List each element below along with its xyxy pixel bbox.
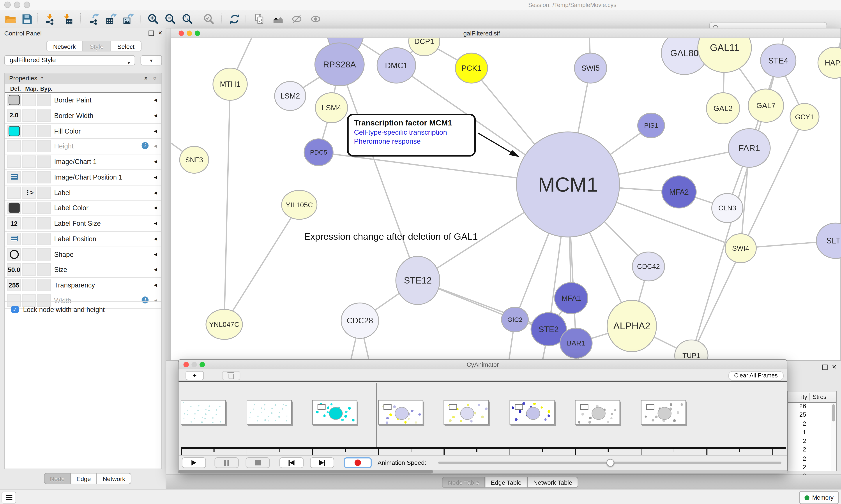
tab-select[interactable]: Select (110, 41, 142, 51)
property-row-label[interactable]: ⋮>Label◀ (5, 185, 161, 201)
table-vertical-scrollbar[interactable] (831, 403, 836, 471)
timeline-horizontal-scrollbar[interactable] (179, 470, 787, 473)
hide-details-icon[interactable] (289, 12, 304, 26)
default-value[interactable]: 50.0 (8, 266, 20, 273)
table-row[interactable]: 25 (788, 411, 836, 420)
stop-button[interactable] (246, 457, 270, 468)
float-panel-icon[interactable] (822, 364, 827, 370)
property-row-label-font-size[interactable]: 12Label Font Size◀ (5, 216, 161, 231)
minimize-window-icon[interactable] (14, 2, 20, 8)
mapping-icon[interactable]: ⋮> (25, 189, 33, 196)
info-icon[interactable]: i (142, 142, 149, 149)
circle-shape-icon[interactable] (10, 250, 19, 259)
property-row-border-paint[interactable]: Border Paint◀ (5, 93, 161, 108)
close-window-icon[interactable] (4, 2, 11, 8)
column-ity[interactable]: ity (788, 394, 807, 400)
zoom-icon[interactable] (195, 31, 200, 36)
table-row[interactable]: 26 (788, 403, 836, 411)
expand-property-icon[interactable]: ◀ (154, 175, 157, 180)
task-history-button[interactable] (2, 492, 16, 504)
table-row[interactable]: 2 (788, 420, 836, 429)
record-button[interactable] (344, 457, 372, 468)
position-icon[interactable] (11, 175, 18, 180)
frame-thumbnail-7[interactable] (641, 400, 686, 425)
frame-thumbnail-0[interactable] (181, 400, 226, 425)
expand-property-icon[interactable]: ◀ (154, 113, 157, 118)
property-row-image-chart-1[interactable]: Image/Chart 1◀ (5, 154, 161, 170)
add-frame-button[interactable]: + (185, 371, 204, 380)
save-session-icon[interactable] (20, 12, 34, 26)
zoom-fit-icon[interactable] (180, 12, 194, 26)
tab-style[interactable]: Style (83, 41, 110, 51)
minimize-icon[interactable] (192, 362, 197, 367)
zoom-out-icon[interactable] (163, 12, 177, 26)
memory-button[interactable]: Memory (799, 491, 839, 504)
lock-size-checkbox[interactable]: ✓ (11, 306, 19, 313)
default-value[interactable]: 12 (10, 220, 18, 227)
table-row[interactable]: 2 (788, 438, 836, 446)
network-edge[interactable] (224, 84, 230, 324)
table-row[interactable]: 2 (788, 455, 836, 464)
table-row[interactable]: 2 (788, 446, 836, 455)
minimize-icon[interactable] (186, 31, 192, 36)
frame-thumbnail-3[interactable] (378, 400, 423, 425)
property-row-fill-color[interactable]: Fill Color◀ (5, 124, 161, 139)
playhead[interactable] (376, 383, 376, 448)
network-edge[interactable] (224, 205, 299, 324)
expand-property-icon[interactable]: ◀ (154, 144, 157, 149)
table-row[interactable]: 1 (788, 429, 836, 438)
tab-network[interactable]: Network (46, 41, 83, 51)
import-table-icon[interactable] (60, 12, 74, 26)
default-value[interactable]: 2.0 (10, 112, 18, 119)
frame-thumbnail-5[interactable] (509, 400, 554, 425)
close-panel-icon[interactable]: ✕ (832, 363, 837, 371)
expand-property-icon[interactable]: ◀ (154, 221, 157, 226)
expand-property-icon[interactable]: ◀ (154, 205, 157, 211)
default-value[interactable]: 255 (8, 281, 19, 289)
close-panel-icon[interactable]: ✕ (158, 31, 162, 36)
expand-property-icon[interactable]: ◀ (154, 159, 157, 164)
clear-all-frames-button[interactable]: Clear All Frames (728, 371, 784, 381)
refresh-view-icon[interactable] (227, 12, 241, 26)
zoom-icon[interactable] (199, 362, 205, 367)
property-row-image-chart-position-1[interactable]: Image/Chart Position 1◀ (5, 170, 161, 185)
expand-property-icon[interactable]: ◀ (154, 236, 157, 241)
frame-thumbnail-4[interactable] (444, 400, 489, 425)
tab-edge[interactable]: Edge (71, 473, 97, 484)
show-details-icon[interactable] (308, 12, 322, 26)
collapse-all-icon[interactable]: » (151, 76, 159, 80)
export-network-icon[interactable] (87, 12, 101, 26)
expand-property-icon[interactable]: ◀ (154, 190, 157, 195)
close-icon[interactable] (183, 362, 189, 367)
export-table-icon[interactable] (104, 12, 118, 26)
play-button[interactable] (182, 457, 206, 468)
first-neighbors-icon[interactable] (271, 12, 285, 26)
expand-property-icon[interactable]: ◀ (154, 252, 157, 257)
property-row-shape[interactable]: Shape◀ (5, 247, 161, 262)
properties-header[interactable]: Properties ▼ » » (5, 74, 161, 84)
position-icon[interactable] (11, 236, 18, 241)
tab-node[interactable]: Node (44, 473, 71, 484)
column-stress[interactable]: Stres (812, 394, 826, 400)
annotation-box[interactable]: Transcription factor MCM1 Cell-type-spec… (347, 114, 476, 157)
network-window-titlebar[interactable]: galFiltered.sif (171, 29, 840, 38)
property-row-transparency[interactable]: 255Transparency◀ (5, 278, 161, 293)
skip-to-end-button[interactable] (310, 457, 334, 468)
tab-node-table[interactable]: Node Table (442, 476, 485, 488)
open-session-icon[interactable] (3, 12, 17, 26)
default-swatch[interactable] (8, 95, 19, 105)
animation-speed-slider[interactable] (438, 462, 782, 464)
tab-edge-table[interactable]: Edge Table (485, 476, 527, 488)
table-row[interactable]: 2 (788, 464, 836, 473)
property-row-height[interactable]: Heighti◀ (5, 139, 161, 154)
expand-property-icon[interactable]: ◀ (154, 128, 157, 133)
zoom-selected-icon[interactable] (202, 12, 216, 26)
export-image-icon[interactable] (121, 12, 135, 26)
expand-all-icon[interactable]: » (142, 76, 149, 80)
zoom-in-icon[interactable] (146, 12, 160, 26)
style-selector[interactable]: galFiltered Style ▼ (4, 55, 135, 66)
annotation-link[interactable]: Pheromone response (354, 137, 469, 145)
tab-network-style[interactable]: Network (97, 473, 131, 484)
timeline[interactable]: 0123456789 Seconds (179, 382, 787, 455)
delete-frame-button[interactable] (222, 371, 240, 380)
